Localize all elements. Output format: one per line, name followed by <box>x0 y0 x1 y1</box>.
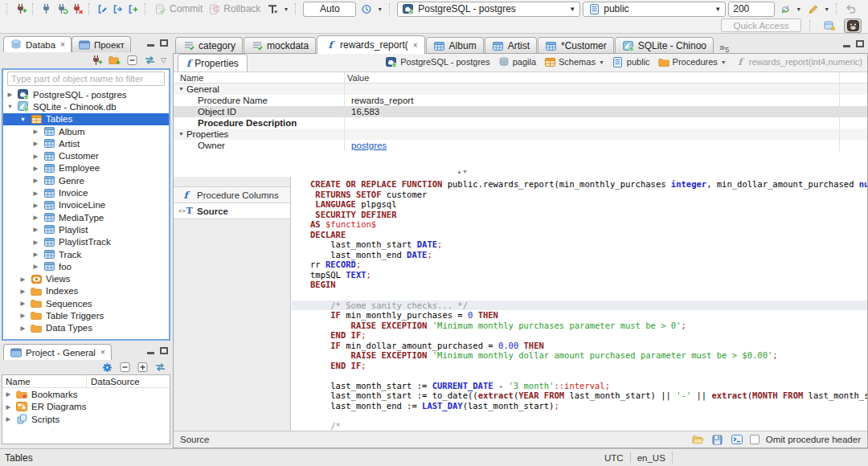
property-row-procedure-description[interactable]: Procedure Description <box>174 117 867 129</box>
detail-tab-procedure-columns[interactable]: fProcedure Columns <box>174 186 290 203</box>
link-editor-icon[interactable] <box>154 362 166 373</box>
expand-arrow-icon[interactable]: ▶ <box>32 153 39 160</box>
maximize-icon[interactable] <box>160 347 168 354</box>
expand-arrow-icon[interactable]: ▶ <box>32 226 39 233</box>
tab-projects[interactable]: Проект <box>72 36 131 52</box>
breadcrumb-item-procedures[interactable]: Procedures▼ <box>657 56 727 67</box>
tree-item-invoiceline[interactable]: ▶InvoiceLine <box>3 199 169 211</box>
collapse-arrow-icon[interactable]: ▼ <box>178 84 184 95</box>
close-icon[interactable]: × <box>100 348 105 357</box>
breadcrumb-item-public[interactable]: public <box>612 56 650 67</box>
tree-item-mediatype[interactable]: ▶MediaType <box>3 211 169 223</box>
breadcrumb-item-rewards-report-int4-numeric[interactable]: frewards_report(int4,numeric) <box>734 56 862 67</box>
collapse-arrow-icon[interactable]: ▼ <box>178 129 184 140</box>
commit-button[interactable]: Commit <box>153 2 204 15</box>
expand-arrow-icon[interactable]: ▶ <box>32 128 39 135</box>
reconnect-icon[interactable] <box>55 3 68 14</box>
tree-item-views[interactable]: ▶Views <box>3 272 169 284</box>
expand-arrow-icon[interactable]: ▶ <box>32 190 39 197</box>
expand-arrow-icon[interactable]: ▶ <box>32 140 39 147</box>
link-editor-icon[interactable] <box>143 55 156 66</box>
expand-arrow-icon[interactable]: ▶ <box>32 251 39 258</box>
sash-arrows-icon[interactable]: ▲▼ <box>457 169 468 174</box>
transaction-filter-button[interactable]: ▼ <box>264 2 290 15</box>
expand-all-icon[interactable] <box>136 362 149 373</box>
terminal-icon[interactable] <box>731 434 743 445</box>
gear-icon[interactable] <box>100 362 113 373</box>
sql-editor-new-icon[interactable] <box>127 3 140 14</box>
tree-item-sqlite-chinook-db[interactable]: ▼SQLite - Chinook.db <box>3 100 169 112</box>
new-folder-icon[interactable] <box>108 55 121 66</box>
expand-arrow-icon[interactable]: ▶ <box>19 288 27 295</box>
property-row-procedure-name[interactable]: Procedure Namerewards_report <box>174 95 867 106</box>
editor-tab-album[interactable]: Album <box>426 37 484 54</box>
tree-item-data-types[interactable]: ▶Data Types <box>3 322 169 334</box>
object-filter-input[interactable] <box>7 72 165 86</box>
quick-access-input[interactable]: Quick Access <box>721 18 801 32</box>
new-connection-icon[interactable] <box>90 55 103 66</box>
fetch-size-input[interactable]: 200 <box>728 2 775 17</box>
chevron-down-icon[interactable]: ▼ <box>599 59 604 65</box>
tree-item-invoice[interactable]: ▶Invoice <box>3 186 169 198</box>
close-icon[interactable]: × <box>413 41 418 50</box>
editor-tab-sqlite-chinoo[interactable]: SQLite - Chinoo <box>615 37 714 54</box>
tree-item-album[interactable]: ▶Album <box>3 125 169 137</box>
open-folder-icon[interactable] <box>692 434 705 445</box>
tree-item-playlist[interactable]: ▶Playlist <box>3 223 169 235</box>
tree-item-customer[interactable]: ▶Customer <box>3 149 169 161</box>
property-row-general[interactable]: ▼General <box>174 84 867 95</box>
more-tabs-chevron[interactable]: »5 <box>719 41 729 54</box>
maximize-icon[interactable] <box>856 40 864 47</box>
expand-arrow-icon[interactable]: ▶ <box>32 177 39 184</box>
property-row-properties[interactable]: ▼Properties <box>174 129 867 140</box>
tree-item-artist[interactable]: ▶Artist <box>3 137 169 149</box>
omit-procedure-header-checkbox[interactable] <box>750 435 760 444</box>
editor-tab-artist[interactable]: Artist <box>485 37 537 54</box>
expand-arrow-icon[interactable]: ▶ <box>19 300 27 307</box>
minimize-icon[interactable] <box>147 44 154 47</box>
undo-icon[interactable] <box>844 3 857 14</box>
chevron-down-icon[interactable]: ▼ <box>721 59 727 65</box>
tab-properties[interactable]: f Properties <box>178 54 248 72</box>
collapse-all-icon[interactable] <box>118 362 131 373</box>
expand-arrow-icon[interactable]: ▶ <box>5 415 12 423</box>
disconnect-icon[interactable] <box>71 3 84 14</box>
connection-select[interactable]: PostgreSQL - postgres ▼ <box>397 2 580 17</box>
tree-item-employee[interactable]: ▶Employee <box>3 162 169 174</box>
expand-arrow-icon[interactable]: ▶ <box>32 165 39 172</box>
editor-tab-rewards-report[interactable]: frewards_report(× <box>317 35 425 54</box>
expand-arrow-icon[interactable]: ▶ <box>5 390 12 398</box>
editor-tab-customer[interactable]: *Customer <box>538 37 614 54</box>
project-item-bookmarks[interactable]: ▶Bookmarks <box>2 388 170 401</box>
expand-arrow-icon[interactable]: ▶ <box>6 91 14 98</box>
tree-item-playlisttrack[interactable]: ▶PlaylistTrack <box>3 236 169 248</box>
open-perspective-button[interactable] <box>821 18 838 33</box>
splitter-sash[interactable]: ▲▼ <box>174 170 867 177</box>
expand-arrow-icon[interactable]: ▶ <box>32 263 39 270</box>
new-connection-icon[interactable] <box>14 3 27 14</box>
edit-pen-button[interactable]: ▼ <box>805 2 831 15</box>
rollback-button[interactable]: Rollback <box>207 2 262 15</box>
editor-tab-category[interactable]: category <box>175 37 243 54</box>
sql-editor-icon[interactable] <box>96 3 109 14</box>
expand-arrow-icon[interactable]: ▶ <box>19 276 27 283</box>
project-item-scripts[interactable]: ▶Scripts <box>2 413 170 426</box>
dbeaver-perspective-button[interactable] <box>844 18 862 33</box>
tab-database-navigator[interactable]: Databa × <box>3 36 72 52</box>
minimize-icon[interactable] <box>843 45 850 47</box>
property-row-owner[interactable]: Ownerpostgres <box>174 140 867 151</box>
tree-item-indexes[interactable]: ▶Indexes <box>3 285 169 297</box>
detail-tab-source[interactable]: <>TSource <box>174 202 290 219</box>
transaction-mode-select[interactable]: Auto <box>303 2 356 17</box>
minimize-icon[interactable] <box>147 352 154 354</box>
expand-arrow-icon[interactable]: ▶ <box>5 403 12 411</box>
tree-item-postgresql-postgres[interactable]: ▶PostgreSQL - postgres <box>3 88 169 100</box>
close-icon[interactable]: × <box>60 40 65 49</box>
schema-select[interactable]: public ▼ <box>583 2 726 17</box>
refresh-cycle-button[interactable]: ▼ <box>777 2 803 15</box>
connect-icon[interactable] <box>40 3 53 14</box>
breadcrumb-item-pagila[interactable]: pagila <box>497 56 536 67</box>
maximize-icon[interactable] <box>160 39 168 47</box>
tree-item-sequences[interactable]: ▶Sequences <box>3 297 169 309</box>
tree-item-genre[interactable]: ▶Genre <box>3 174 169 186</box>
